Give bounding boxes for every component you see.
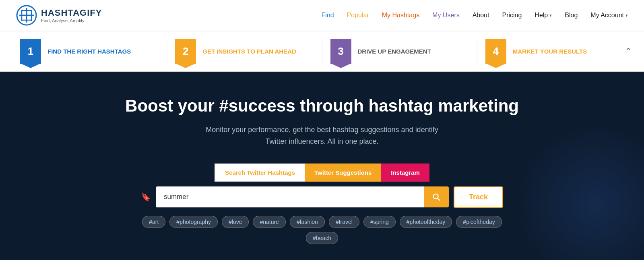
step-1-num: 1 — [20, 39, 41, 64]
nav-about[interactable]: About — [473, 12, 489, 19]
suggestion-tag[interactable]: #spring — [363, 216, 396, 228]
logo-icon — [16, 5, 37, 26]
svg-point-7 — [433, 194, 438, 199]
search-icon — [432, 192, 441, 201]
nav-links: Find Popular My Hashtags My Users About … — [321, 12, 628, 19]
navbar: HASHTAGIFY Find, Analyse, Amplify Find P… — [0, 0, 644, 31]
track-button[interactable]: Track — [454, 186, 503, 208]
search-button[interactable] — [424, 186, 449, 207]
step-1[interactable]: 1 FIND THE RIGHT HASHTAGS — [12, 31, 167, 71]
suggestion-tag[interactable]: #photography — [169, 216, 218, 228]
hero-section: Boost your #success through hashtag mark… — [0, 72, 644, 260]
nav-myusers[interactable]: My Users — [432, 12, 460, 19]
logo-link[interactable]: HASHTAGIFY Find, Analyse, Amplify — [16, 5, 102, 26]
search-tabs: Search Twitter Hashtags Twitter Suggesti… — [215, 164, 429, 182]
bookmark-icon: 🔖 — [141, 192, 151, 202]
suggestion-tag[interactable]: #nature — [253, 216, 285, 228]
nav-myhashtags[interactable]: My Hashtags — [382, 12, 419, 19]
step-4-label: MARKET YOUR RESULTS — [513, 48, 587, 56]
search-row: 🔖 Track — [141, 186, 503, 208]
nav-popular[interactable]: Popular — [347, 12, 369, 19]
suggestion-tag[interactable]: #fashion — [290, 216, 325, 228]
myaccount-chevron-icon: ▾ — [625, 13, 628, 18]
steps-bar: 1 FIND THE RIGHT HASHTAGS 2 GET INSIGHTS… — [0, 31, 644, 72]
nav-myaccount[interactable]: My Account ▾ — [590, 12, 628, 19]
collapse-button[interactable]: ⌃ — [625, 46, 632, 57]
help-chevron-icon: ▾ — [549, 13, 552, 18]
suggestion-tag[interactable]: #art — [142, 216, 165, 228]
nav-help[interactable]: Help ▾ — [535, 12, 552, 19]
tab-twitter-search[interactable]: Search Twitter Hashtags — [215, 164, 305, 182]
step-3[interactable]: 3 DRIVE UP ENGAGEMENT — [322, 31, 477, 71]
step-4[interactable]: 4 MARKET YOUR RESULTS — [477, 31, 632, 71]
nav-pricing[interactable]: Pricing — [502, 12, 522, 19]
logo-text: HASHTAGIFY Find, Analyse, Amplify — [41, 8, 102, 23]
step-1-label: FIND THE RIGHT HASHTAGS — [47, 48, 131, 56]
nav-blog[interactable]: Blog — [565, 12, 578, 19]
step-3-label: DRIVE UP ENGAGEMENT — [358, 48, 431, 56]
suggestion-tag[interactable]: #love — [222, 216, 249, 228]
search-input[interactable] — [156, 186, 424, 207]
suggestion-tag[interactable]: #beach — [306, 232, 338, 244]
nav-find[interactable]: Find — [321, 12, 334, 19]
logo-title: HASHTAGIFY — [41, 8, 102, 18]
tab-twitter-suggestions[interactable]: Twitter Suggestions — [305, 164, 381, 182]
hero-title: Boost your #success through hashtag mark… — [125, 96, 519, 116]
suggestion-tag[interactable]: #photooftheday — [400, 216, 452, 228]
svg-line-8 — [438, 199, 440, 201]
step-2-num: 2 — [175, 39, 196, 64]
tab-instagram[interactable]: Instagram — [381, 164, 429, 182]
suggestion-tag[interactable]: #travel — [329, 216, 359, 228]
suggestion-tag[interactable]: #picoftheday — [456, 216, 502, 228]
step-4-num: 4 — [485, 39, 506, 64]
step-2[interactable]: 2 GET INSIGHTS TO PLAN AHEAD — [167, 31, 322, 71]
step-3-num: 3 — [330, 39, 351, 64]
hero-subtitle: Monitor your performance, get the best h… — [206, 124, 438, 147]
suggestion-tags: #art#photography#love#nature#fashion#tra… — [141, 216, 503, 244]
step-2-label: GET INSIGHTS TO PLAN AHEAD — [202, 48, 296, 56]
logo-subtitle: Find, Analyse, Amplify — [41, 18, 102, 23]
search-input-wrap — [156, 186, 449, 207]
